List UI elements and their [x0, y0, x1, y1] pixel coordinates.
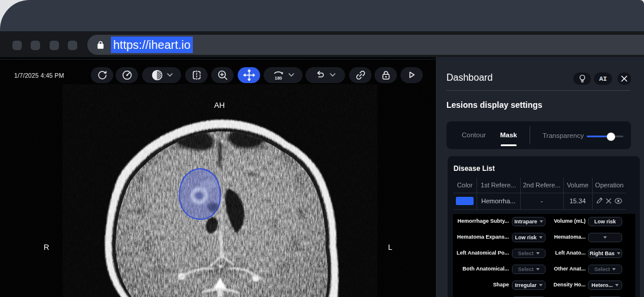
svg-text:180: 180 — [275, 75, 282, 81]
